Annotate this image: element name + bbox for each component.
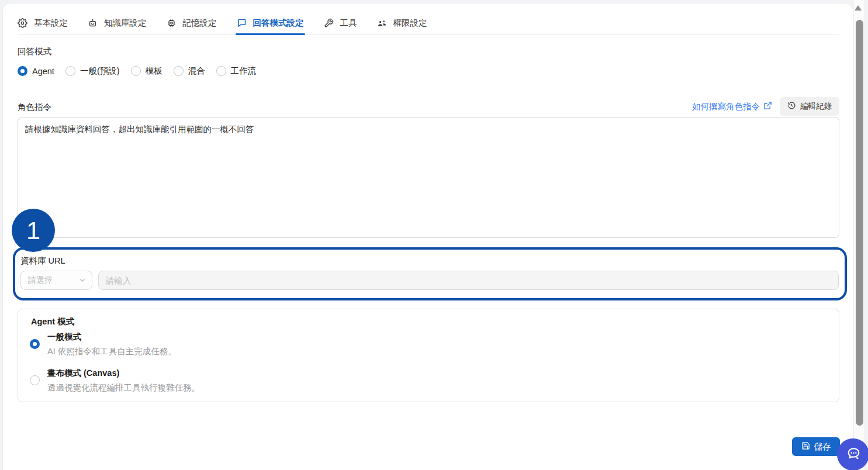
external-link-icon [763,101,772,112]
tab-knowledge-base-settings[interactable]: 知識庫設定 [88,12,147,34]
radio-icon [18,66,27,76]
tab-label: 記憶設定 [183,18,217,29]
edit-history-button[interactable]: 編輯紀錄 [780,97,839,116]
radio-icon [131,66,141,76]
link-label: 如何撰寫角色指令 [692,101,760,112]
role-instruction-actions: 如何撰寫角色指令 編輯紀錄 [692,97,839,116]
agent-mode-card: Agent 模式 一般模式 AI 依照指令和工具自主完成任務。 畫布模式 (Ca… [18,309,839,402]
chip-icon [167,18,177,28]
radio-icon [174,66,184,76]
annotation-step-badge: 1 [12,209,55,252]
tab-bar: 基本設定 知識庫設定 記憶設定 回答模式設定 工具 權限設定 [18,12,839,34]
role-instruction-label: 角色指令 [18,102,51,113]
agent-mode-option-canvas[interactable]: 畫布模式 (Canvas) 透過視覺化流程編排工具執行複雜任務。 [30,368,200,393]
agent-mode-option-text: 一般模式 AI 依照指令和工具自主完成任務。 [47,331,177,357]
tab-permission-settings[interactable]: 權限設定 [377,12,427,34]
answer-mode-option-workflow[interactable]: 工作流 [216,65,257,77]
tab-basic-settings[interactable]: 基本設定 [18,12,68,34]
button-label: 編輯紀錄 [800,101,832,112]
tab-label: 回答模式設定 [253,18,304,29]
agent-mode-option-general[interactable]: 一般模式 AI 依照指令和工具自主完成任務。 [30,331,177,357]
answer-mode-option-template[interactable]: 模板 [131,65,162,77]
radio-icon [65,66,75,76]
answer-mode-option-hybrid[interactable]: 混合 [174,65,205,77]
chat-bubbles-icon [845,445,862,464]
answer-mode-option-general[interactable]: 一般(預設) [65,65,120,77]
chevron-down-icon [79,275,86,286]
tab-label: 工具 [340,18,357,29]
database-url-input[interactable] [98,271,839,290]
option-label: 畫布模式 (Canvas) [47,368,200,379]
tab-memory-settings[interactable]: 記憶設定 [167,12,217,34]
select-placeholder: 請選擇 [28,275,53,286]
robot-icon [88,18,98,28]
tab-tools[interactable]: 工具 [324,12,357,34]
database-url-select[interactable]: 請選擇 [20,271,92,290]
tab-label: 權限設定 [393,18,427,29]
database-url-label: 資料庫 URL [20,255,65,267]
option-description: AI 依照指令和工具自主完成任務。 [47,346,177,357]
users-icon [377,18,387,28]
radio-label: Agent [32,67,54,76]
answer-mode-radio-group: Agent 一般(預設) 模板 混合 工作流 [18,65,256,77]
radio-icon [216,66,226,76]
tab-answer-mode-settings[interactable]: 回答模式設定 [237,12,304,34]
radio-icon [30,339,40,349]
wrench-icon [324,18,334,28]
radio-label: 工作流 [231,65,257,77]
history-clock-icon [787,101,796,112]
option-description: 透過視覺化流程編排工具執行複雜任務。 [47,382,200,393]
tab-label: 基本設定 [34,18,68,29]
button-label: 儲存 [814,441,831,452]
answer-mode-option-agent[interactable]: Agent [18,66,54,76]
role-instruction-textarea[interactable]: 請根據知識庫資料回答，超出知識庫能引用範圍的一概不回答 [18,117,839,238]
save-button[interactable]: 儲存 [792,437,840,456]
scrollbar-thumb[interactable] [856,20,863,426]
radio-label: 模板 [146,65,162,77]
radio-icon [30,375,40,385]
scroll-up-arrow-icon[interactable] [855,5,862,11]
how-to-write-role-instruction-link[interactable]: 如何撰寫角色指令 [692,101,772,112]
gear-icon [18,18,27,28]
agent-mode-title: Agent 模式 [31,316,74,327]
option-label: 一般模式 [47,331,177,343]
chat-widget-button[interactable] [837,438,868,470]
save-icon [801,441,810,452]
answer-mode-label: 回答模式 [18,46,51,57]
agent-mode-option-text: 畫布模式 (Canvas) 透過視覺化流程編排工具執行複雜任務。 [47,368,200,393]
tab-label: 知識庫設定 [104,18,147,29]
chat-bubble-icon [237,18,247,28]
radio-label: 一般(預設) [80,65,120,77]
radio-label: 混合 [188,65,205,77]
